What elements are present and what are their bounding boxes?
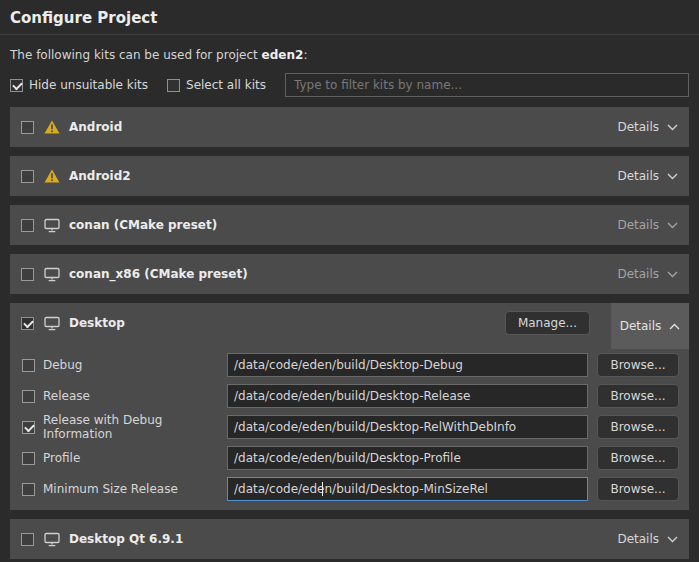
kit-row-conan-x86[interactable]: conan_x86 (CMake preset) Details xyxy=(10,254,689,294)
build-config-row-relwithdebinfo: Release with Debug Information Browse... xyxy=(22,414,679,440)
select-all-kits-option[interactable]: Select all kits xyxy=(167,78,266,92)
build-dir-field-wrap xyxy=(227,415,588,439)
kit-name: Desktop xyxy=(69,316,125,330)
build-config-row-release: Release Browse... xyxy=(22,383,679,409)
kit-checkbox[interactable] xyxy=(21,219,34,232)
monitor-icon xyxy=(44,267,60,282)
kit-row-conan[interactable]: conan (CMake preset) Details xyxy=(10,205,689,245)
config-checkbox[interactable] xyxy=(22,483,35,496)
config-label: Profile xyxy=(43,451,227,465)
details-toggle[interactable]: Details xyxy=(617,267,678,281)
config-label: Minimum Size Release xyxy=(43,482,227,496)
details-toggle[interactable]: Details xyxy=(617,169,678,183)
select-all-label: Select all kits xyxy=(186,78,266,92)
build-config-row-minsizerel: Minimum Size Release Browse... xyxy=(22,476,679,502)
kit-name: Android2 xyxy=(69,169,131,183)
build-dir-input[interactable] xyxy=(227,384,588,408)
build-dir-field-wrap xyxy=(227,384,588,408)
select-all-checkbox[interactable] xyxy=(167,79,180,92)
kit-name: Desktop Qt 6.9.1 xyxy=(69,532,183,546)
build-config-row-debug: Debug Browse... xyxy=(22,352,679,378)
details-toggle[interactable]: Details xyxy=(617,120,678,134)
kit-list: Android Details Android2 Details c xyxy=(0,107,699,562)
hide-unsuitable-kits-option[interactable]: Hide unsuitable kits xyxy=(10,78,148,92)
configure-project-page: Configure Project The following kits can… xyxy=(0,0,699,562)
monitor-icon xyxy=(44,316,60,331)
kit-row-desktop-qt-691[interactable]: Desktop Qt 6.9.1 Details xyxy=(10,519,689,559)
config-checkbox[interactable] xyxy=(22,390,35,403)
warning-icon xyxy=(44,120,60,134)
details-toggle[interactable]: Details xyxy=(617,532,678,546)
kit-filter-input[interactable] xyxy=(285,73,689,97)
kit-name: Android xyxy=(69,120,122,134)
page-title: Configure Project xyxy=(0,0,699,35)
browse-button[interactable]: Browse... xyxy=(597,415,679,439)
build-config-row-profile: Profile Browse... xyxy=(22,445,679,471)
chevron-up-icon xyxy=(669,323,680,330)
kit-name: conan_x86 (CMake preset) xyxy=(69,267,248,281)
chevron-down-icon xyxy=(667,124,678,131)
browse-button[interactable]: Browse... xyxy=(597,384,679,408)
config-label: Debug xyxy=(43,358,227,372)
details-label: Details xyxy=(617,218,659,232)
details-label: Details xyxy=(617,120,659,134)
config-checkbox[interactable] xyxy=(22,359,35,372)
build-dir-input[interactable] xyxy=(227,415,588,439)
details-label: Details xyxy=(617,169,659,183)
config-checkbox[interactable] xyxy=(22,421,35,434)
intro-suffix: : xyxy=(303,48,307,62)
browse-button[interactable]: Browse... xyxy=(597,477,679,501)
project-name: eden2 xyxy=(262,48,304,62)
kit-checkbox[interactable] xyxy=(21,121,34,134)
build-dir-input[interactable] xyxy=(227,353,588,377)
filter-controls: Hide unsuitable kits Select all kits xyxy=(10,73,689,97)
browse-button[interactable]: Browse... xyxy=(597,353,679,377)
hide-unsuitable-checkbox[interactable] xyxy=(10,79,23,92)
text-caret xyxy=(322,482,323,496)
browse-button[interactable]: Browse... xyxy=(597,446,679,470)
kit-section-desktop: Desktop Manage... Details Debug Browse..… xyxy=(10,303,689,510)
kit-checkbox[interactable] xyxy=(21,170,34,183)
kit-row-android2[interactable]: Android2 Details xyxy=(10,156,689,196)
details-label: Details xyxy=(617,267,659,281)
build-dir-field-wrap xyxy=(227,446,588,470)
kit-checkbox[interactable] xyxy=(21,533,34,546)
config-label: Release with Debug Information xyxy=(43,413,227,441)
intro-prefix: The following kits can be used for proje… xyxy=(10,48,258,62)
details-label: Details xyxy=(617,532,659,546)
kit-checkbox[interactable] xyxy=(21,268,34,281)
config-checkbox[interactable] xyxy=(22,452,35,465)
details-toggle[interactable]: Details xyxy=(617,218,678,232)
build-dir-field-wrap xyxy=(227,353,588,377)
build-dir-field-wrap xyxy=(227,477,588,501)
hide-unsuitable-label: Hide unsuitable kits xyxy=(29,78,148,92)
chevron-down-icon xyxy=(667,222,678,229)
monitor-icon xyxy=(44,532,60,547)
details-label: Details xyxy=(620,319,662,333)
build-dir-input-focused[interactable] xyxy=(227,477,588,501)
build-dir-input[interactable] xyxy=(227,446,588,470)
manage-kits-button[interactable]: Manage... xyxy=(505,311,590,335)
chevron-down-icon xyxy=(667,271,678,278)
chevron-down-icon xyxy=(667,173,678,180)
kit-checkbox[interactable] xyxy=(21,317,34,330)
kit-name: conan (CMake preset) xyxy=(69,218,217,232)
intro-text: The following kits can be used for proje… xyxy=(10,48,689,62)
monitor-icon xyxy=(44,218,60,233)
kit-row-desktop[interactable]: Desktop Manage... Details xyxy=(10,303,689,343)
chevron-down-icon xyxy=(667,536,678,543)
details-toggle[interactable]: Details xyxy=(611,303,689,349)
warning-icon xyxy=(44,169,60,183)
kit-row-android[interactable]: Android Details xyxy=(10,107,689,147)
config-label: Release xyxy=(43,389,227,403)
